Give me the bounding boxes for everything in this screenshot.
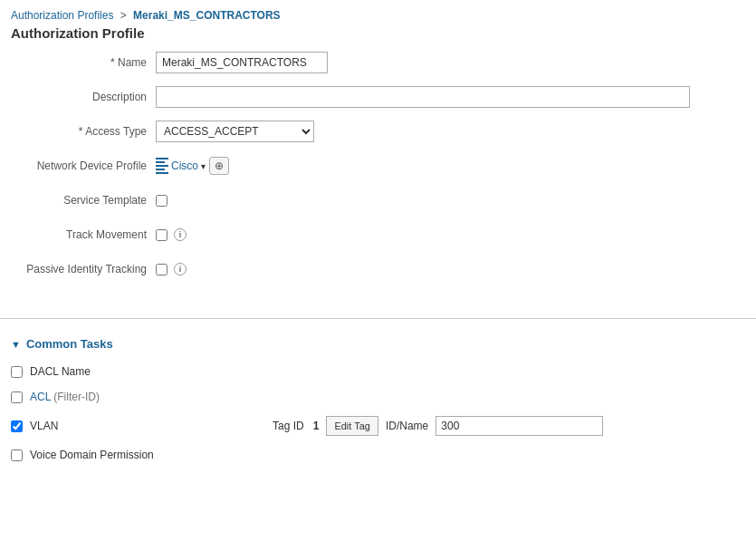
- vlan-checkbox[interactable]: [11, 420, 23, 432]
- common-tasks-section: ▼ Common Tasks DACL Name ACL (Filter-ID)…: [0, 328, 756, 483]
- vlan-label: VLAN: [30, 420, 139, 432]
- service-template-checkbox[interactable]: [156, 195, 167, 207]
- cisco-label: Cisco: [171, 159, 198, 172]
- passive-identity-label: Passive Identity Tracking: [11, 263, 156, 275]
- section-divider: [0, 318, 756, 319]
- cisco-logo-icon: [156, 158, 168, 174]
- service-template-checkbox-row: [156, 195, 167, 207]
- name-label: * Name: [11, 56, 156, 69]
- common-tasks-header: ▼ Common Tasks: [11, 337, 745, 351]
- breadcrumb-separator: >: [120, 9, 127, 22]
- vlan-row: VLAN Tag ID 1 Edit Tag ID/Name: [11, 416, 745, 436]
- tag-id-value: 1: [313, 420, 320, 432]
- form-section: * Name Description * Access Type ACCESS_…: [0, 50, 756, 309]
- acl-label: ACL (Filter-ID): [30, 391, 100, 403]
- acl-sub-label: (Filter-ID): [53, 391, 100, 403]
- description-input[interactable]: [156, 86, 690, 108]
- acl-main-label: ACL: [30, 391, 51, 403]
- dacl-row: DACL Name: [11, 365, 745, 378]
- cisco-dropdown-arrow: ▾: [201, 161, 206, 171]
- passive-identity-row: Passive Identity Tracking i: [11, 256, 745, 282]
- id-name-input[interactable]: [435, 416, 603, 436]
- name-input[interactable]: [156, 52, 328, 73]
- voice-domain-label: Voice Domain Permission: [30, 449, 154, 461]
- acl-checkbox[interactable]: [11, 391, 23, 403]
- description-row: Description: [11, 84, 745, 110]
- voice-domain-row: Voice Domain Permission: [11, 449, 745, 461]
- track-movement-info-icon: i: [174, 228, 187, 241]
- id-name-label: ID/Name: [386, 420, 428, 432]
- service-template-row: Service Template: [11, 188, 745, 213]
- breadcrumb-current: Meraki_MS_CONTRACTORS: [133, 9, 280, 22]
- passive-identity-checkbox[interactable]: [156, 264, 167, 275]
- globe-button[interactable]: ⊕: [209, 157, 229, 175]
- track-movement-checkbox[interactable]: [156, 229, 167, 241]
- access-type-select[interactable]: ACCESS_ACCEPT ACCESS_REJECT: [156, 121, 314, 142]
- dacl-checkbox[interactable]: [11, 366, 23, 378]
- track-movement-checkbox-row: i: [156, 228, 187, 241]
- passive-identity-checkbox-row: i: [156, 263, 187, 275]
- network-device-profile-row: Network Device Profile Cisco ▾ ⊕: [11, 153, 745, 179]
- access-type-row: * Access Type ACCESS_ACCEPT ACCESS_REJEC…: [11, 119, 745, 144]
- acl-row: ACL (Filter-ID): [11, 391, 745, 403]
- cisco-dropdown[interactable]: Cisco ▾: [156, 158, 206, 174]
- page-title: Authorization Profile: [0, 25, 756, 50]
- name-row: * Name: [11, 50, 745, 75]
- description-label: Description: [11, 91, 156, 103]
- dacl-label: DACL Name: [30, 365, 139, 378]
- collapse-arrow[interactable]: ▼: [11, 339, 21, 350]
- common-tasks-title: Common Tasks: [26, 337, 113, 351]
- tag-id-label: Tag ID: [273, 420, 304, 432]
- network-device-profile-label: Network Device Profile: [11, 159, 156, 172]
- service-template-label: Service Template: [11, 194, 156, 207]
- access-type-label: * Access Type: [11, 125, 156, 138]
- track-movement-row: Track Movement i: [11, 222, 745, 247]
- track-movement-label: Track Movement: [11, 228, 156, 241]
- network-device-profile-control: Cisco ▾ ⊕: [156, 157, 229, 175]
- passive-identity-info-icon: i: [174, 263, 187, 275]
- breadcrumb-link[interactable]: Authorization Profiles: [11, 9, 113, 22]
- voice-domain-checkbox[interactable]: [11, 449, 23, 461]
- edit-tag-button[interactable]: Edit Tag: [326, 416, 378, 436]
